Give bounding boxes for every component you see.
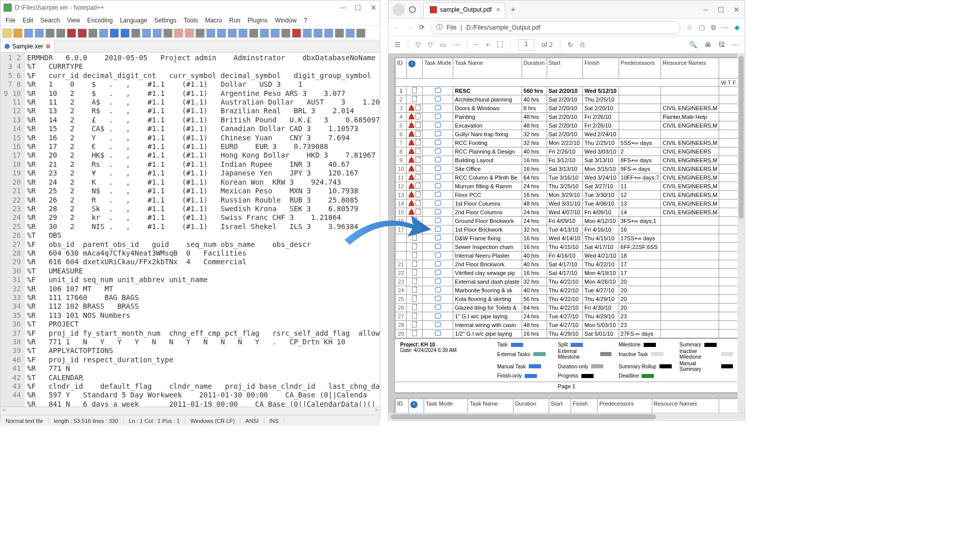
toolbar-icon-15[interactable] — [163, 29, 173, 38]
toolbar-icon-30[interactable] — [324, 29, 333, 38]
split-screen-icon[interactable]: ▢ — [699, 23, 705, 31]
toolbar-icon-8[interactable] — [88, 29, 97, 38]
task-mode-icon — [434, 105, 441, 111]
toolbar-icon-10[interactable] — [110, 29, 119, 38]
collections-icon[interactable]: ⧉ — [711, 23, 716, 32]
menu-edit[interactable]: Edit — [22, 17, 33, 24]
table-row: 9Building Layout16 hrsFri 3/12/10Sat 3/1… — [396, 156, 738, 165]
toolbar-icon-22[interactable] — [238, 29, 248, 38]
toolbar-icon-32[interactable] — [346, 29, 355, 38]
tab-close-icon[interactable]: ⊠ — [46, 43, 50, 49]
toolbar-icon-20[interactable] — [217, 29, 226, 38]
toolbar-icon-6[interactable] — [67, 29, 76, 38]
toolbar-icon-25[interactable] — [271, 29, 280, 38]
contents-icon[interactable]: ☰ — [395, 41, 401, 48]
toolbar-icon-1[interactable] — [13, 29, 22, 38]
minimize-button[interactable]: ─ — [703, 6, 708, 14]
info-icon[interactable]: ⓘ — [436, 23, 443, 32]
code-content[interactable]: ERMHDR 6.0.0 2010-05-05 Project admin Ad… — [25, 53, 380, 407]
toolbar-icon-13[interactable] — [142, 29, 151, 38]
copilot-icon[interactable]: ◆ — [734, 23, 740, 31]
page-view-icon[interactable]: ⎙ — [580, 41, 584, 48]
pdf-content-area[interactable]: IDiTask ModeTask NameDurationStartFinish… — [388, 54, 745, 413]
draw-icon[interactable]: ▽ — [415, 41, 421, 48]
browser-tab[interactable]: sample_Output.pdf ✕ — [423, 2, 505, 17]
fit-page-icon[interactable]: ⛶ — [497, 41, 503, 48]
horizontal-scrollbar[interactable] — [1, 407, 380, 415]
window-titlebar[interactable]: D:\Files\Sample.xer - Notepad++ ─ ☐ ✕ — [1, 1, 380, 15]
close-button[interactable]: ✕ — [733, 6, 740, 14]
toolbar-icon-19[interactable] — [206, 29, 215, 38]
erase-icon[interactable]: ▭ — [440, 41, 446, 48]
refresh-button[interactable]: ⟳ — [419, 23, 425, 31]
menu-macro[interactable]: Macro — [205, 17, 222, 24]
back-button[interactable]: ← — [394, 23, 400, 31]
person-icon — [408, 157, 414, 163]
settings-icon[interactable]: ⋯ — [732, 41, 739, 48]
maximize-button[interactable]: ☐ — [355, 4, 361, 12]
toolbar-icon-2[interactable] — [24, 29, 33, 38]
menu-settings[interactable]: Settings — [154, 17, 176, 24]
toolbar-icon-16[interactable] — [174, 29, 183, 38]
toolbar-icon-21[interactable] — [228, 29, 237, 38]
highlight-icon[interactable]: ▽ — [428, 41, 433, 48]
toolbar-icon-17[interactable] — [185, 29, 194, 38]
rotate-icon[interactable]: ↻ — [568, 41, 573, 48]
menu-language[interactable]: Language — [120, 17, 147, 24]
toolbar-icon-28[interactable] — [303, 29, 312, 38]
forward-button[interactable]: → — [406, 23, 413, 31]
toolbar-icon-31[interactable] — [335, 29, 344, 38]
menu-window[interactable]: Window — [275, 17, 297, 24]
toolbar-icon-9[interactable] — [99, 29, 108, 38]
menu-view[interactable]: View — [67, 17, 80, 24]
toolbar-icon-0[interactable] — [3, 29, 12, 38]
toolbar-icon-5[interactable] — [56, 29, 65, 38]
toolbar-icon-7[interactable] — [78, 29, 87, 38]
save-icon[interactable]: 🖫 — [718, 41, 725, 48]
menu-?[interactable]: ? — [304, 17, 307, 24]
page-input[interactable]: 1 — [518, 39, 534, 51]
toolbar-icon-14[interactable] — [153, 29, 162, 38]
menu-tools[interactable]: Tools — [184, 17, 198, 24]
toolbar-icon-23[interactable] — [249, 29, 258, 38]
menu-encoding[interactable]: Encoding — [87, 17, 113, 24]
print-icon[interactable]: 🖶 — [704, 41, 711, 48]
toolbar-icon-33[interactable] — [356, 29, 365, 38]
col-header: Task Mode — [424, 399, 468, 413]
note-icon — [412, 269, 417, 276]
new-tab-button[interactable]: + — [510, 5, 515, 14]
window-title: D:\Files\Sample.xer - Notepad++ — [15, 4, 104, 11]
toolbar-icon-12[interactable] — [131, 29, 140, 38]
workspaces-icon[interactable]: ⬡ — [409, 5, 419, 15]
menu-file[interactable]: File — [6, 17, 15, 24]
address-bar[interactable]: ⓘ File | D:/Files/sample_Output.pdf — [431, 21, 680, 34]
menu-plugins[interactable]: Plugins — [248, 17, 267, 24]
menu-run[interactable]: Run — [229, 17, 240, 24]
zoom-in-button[interactable]: + — [486, 41, 490, 48]
more-tools-icon[interactable]: ⋯ — [453, 41, 460, 48]
tab-close-icon[interactable]: ✕ — [496, 6, 501, 13]
toolbar-icon-24[interactable] — [260, 29, 269, 38]
toolbar-icon-29[interactable] — [313, 29, 323, 38]
toolbar-icon-4[interactable] — [45, 29, 55, 38]
note-icon — [415, 139, 421, 145]
maximize-button[interactable]: ☐ — [718, 6, 724, 14]
toolbar-icon-11[interactable] — [120, 29, 130, 38]
vertical-scrollbar[interactable] — [738, 54, 745, 413]
horizontal-scrollbar[interactable] — [388, 413, 745, 420]
editor-area[interactable]: 1 2 3 4 5 6 7 8 9 10 11 12 13 14 15 16 1… — [1, 53, 380, 407]
toolbar-icon-26[interactable] — [281, 29, 290, 38]
toolbar-icon-27[interactable] — [292, 29, 301, 38]
legend-item: External Tasks — [497, 348, 551, 360]
search-icon[interactable]: 🔍 — [689, 41, 697, 48]
toolbar-icon-18[interactable] — [195, 29, 205, 38]
profile-icon[interactable] — [393, 4, 405, 16]
close-button[interactable]: ✕ — [371, 4, 377, 12]
toolbar-icon-3[interactable] — [35, 29, 44, 38]
menu-search[interactable]: Search — [40, 17, 60, 24]
minimize-button[interactable]: ─ — [340, 4, 346, 12]
favorite-icon[interactable]: ☆ — [687, 23, 693, 31]
zoom-out-button[interactable]: − — [475, 41, 479, 48]
file-tab[interactable]: Sample.xer ⊠ — [1, 40, 55, 52]
menu-icon[interactable]: ⋯ — [722, 23, 728, 31]
